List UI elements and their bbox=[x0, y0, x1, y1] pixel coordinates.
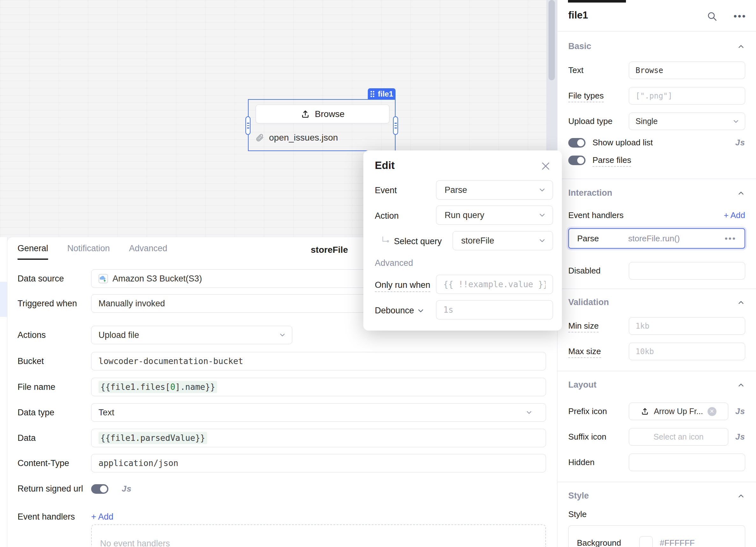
add-event-handler-link[interactable]: + Add bbox=[724, 210, 745, 220]
select-query-select[interactable]: storeFile bbox=[453, 231, 553, 250]
debounce-input[interactable] bbox=[436, 300, 553, 319]
actions-label: Actions bbox=[18, 330, 91, 340]
suffix-icon-label: Suffix icon bbox=[568, 432, 629, 442]
action-select[interactable]: Run query bbox=[436, 206, 553, 225]
text-label: Text bbox=[568, 65, 629, 75]
section-layout[interactable]: Layout bbox=[568, 380, 745, 390]
only-run-when-label: Only run when bbox=[375, 280, 430, 292]
action-value: Run query bbox=[445, 210, 484, 220]
content-type-input[interactable]: application/json bbox=[91, 454, 546, 472]
file-types-input[interactable] bbox=[629, 87, 745, 105]
canvas-scrollbar-thumb[interactable] bbox=[549, 0, 555, 80]
debounce-label: Debounce bbox=[375, 306, 414, 316]
background-color-swatch[interactable] bbox=[639, 536, 653, 547]
data-type-select[interactable]: Text bbox=[91, 403, 546, 422]
prefix-icon-row: Prefix icon Arrow Up Fr... ✕ Js bbox=[568, 403, 745, 420]
section-interaction[interactable]: Interaction bbox=[568, 188, 745, 198]
bucket-label: Bucket bbox=[18, 356, 91, 366]
js-icon[interactable]: Js bbox=[735, 138, 745, 148]
data-row: Data {{file1.parsedValue}} bbox=[18, 429, 546, 447]
section-validation[interactable]: Validation bbox=[568, 297, 745, 307]
max-size-label: Max size bbox=[568, 346, 629, 356]
tab-general[interactable]: General bbox=[18, 244, 48, 260]
event-handlers-label: Event handlers bbox=[18, 512, 91, 522]
bucket-input[interactable]: lowcoder-documentation-bucket bbox=[91, 352, 546, 370]
prefix-icon-button[interactable]: Arrow Up Fr... ✕ bbox=[629, 403, 728, 420]
handler-action: storeFile.run() bbox=[628, 234, 725, 244]
hidden-row: Hidden bbox=[568, 454, 745, 471]
handler-more-icon[interactable]: ••• bbox=[725, 234, 736, 244]
parse-files-row: Parse files bbox=[568, 155, 745, 165]
bucket-value: lowcoder-documentation-bucket bbox=[98, 356, 243, 366]
text-row: Text bbox=[568, 62, 745, 79]
inspector-active-tab-indicator bbox=[568, 0, 626, 3]
triggered-when-label: Triggered when bbox=[18, 299, 91, 309]
actions-select[interactable]: Upload file bbox=[91, 326, 292, 344]
widget-name-tag[interactable]: file1 bbox=[368, 88, 396, 99]
drag-handle-icon[interactable] bbox=[370, 91, 375, 98]
content-type-label: Content-Type bbox=[18, 458, 91, 468]
query-list-edge bbox=[0, 237, 7, 547]
file-upload-widget[interactable]: Browse open_issues.json bbox=[248, 99, 396, 151]
resize-handle-right[interactable] bbox=[393, 116, 398, 135]
max-size-input[interactable] bbox=[629, 343, 745, 360]
chevron-up-icon[interactable] bbox=[737, 492, 745, 500]
upload-type-select[interactable]: Single bbox=[629, 113, 745, 130]
remove-icon[interactable]: ✕ bbox=[708, 407, 716, 416]
js-icon[interactable]: Js bbox=[735, 406, 745, 416]
js-icon[interactable]: Js bbox=[122, 484, 132, 494]
widget-tag-label: file1 bbox=[378, 90, 393, 98]
component-inspector: file1 ••• Basic Text File types Upload t… bbox=[557, 0, 756, 547]
hidden-input[interactable] bbox=[629, 454, 745, 471]
data-label: Data bbox=[18, 433, 91, 443]
event-select[interactable]: Parse bbox=[436, 180, 553, 200]
disabled-row: Disabled bbox=[568, 262, 745, 280]
only-run-when-input[interactable] bbox=[436, 275, 553, 294]
chevron-down-icon[interactable] bbox=[417, 307, 425, 315]
background-label: Background bbox=[577, 538, 639, 547]
add-event-handler-link[interactable]: + Add bbox=[91, 512, 113, 522]
suffix-icon-row: Suffix icon Select an icon Js bbox=[568, 428, 745, 446]
tab-notification[interactable]: Notification bbox=[67, 244, 110, 260]
text-input[interactable] bbox=[629, 62, 745, 79]
browse-button-label: Browse bbox=[315, 109, 345, 119]
chevron-up-icon[interactable] bbox=[737, 42, 745, 51]
uploaded-file-item[interactable]: open_issues.json bbox=[255, 133, 338, 143]
triggered-when-value: Manually invoked bbox=[98, 299, 165, 309]
file-name-input[interactable]: {{file1.files[0].name}} bbox=[91, 378, 546, 396]
no-event-handlers-text: No event handlers bbox=[100, 539, 170, 547]
browse-button[interactable]: Browse bbox=[256, 105, 389, 123]
suffix-icon-button[interactable]: Select an icon bbox=[629, 428, 728, 446]
section-basic[interactable]: Basic bbox=[568, 41, 745, 51]
show-upload-list-toggle[interactable] bbox=[568, 138, 585, 148]
uploaded-file-name: open_issues.json bbox=[269, 133, 338, 143]
tab-advanced[interactable]: Advanced bbox=[129, 244, 167, 260]
show-upload-list-label: Show upload list bbox=[592, 138, 735, 148]
chevron-up-icon[interactable] bbox=[737, 189, 745, 197]
search-icon[interactable] bbox=[707, 11, 717, 22]
min-size-input[interactable] bbox=[629, 317, 745, 335]
data-input[interactable]: {{file1.parsedValue}} bbox=[91, 429, 546, 447]
section-style[interactable]: Style bbox=[568, 491, 745, 501]
paperclip-icon bbox=[255, 133, 264, 142]
event-handler-item[interactable]: Parse storeFile.run() ••• bbox=[568, 228, 745, 249]
query-title: storeFile bbox=[311, 245, 348, 255]
more-menu-icon[interactable]: ••• bbox=[733, 11, 746, 22]
content-type-value: application/json bbox=[98, 458, 178, 468]
parse-files-toggle[interactable] bbox=[568, 156, 585, 165]
disabled-input[interactable] bbox=[629, 262, 745, 280]
close-icon[interactable] bbox=[540, 161, 551, 171]
advanced-section-label[interactable]: Advanced bbox=[375, 258, 413, 268]
chevron-down-icon bbox=[732, 118, 740, 125]
chevron-up-icon[interactable] bbox=[737, 298, 745, 307]
resize-handle-left[interactable] bbox=[245, 116, 251, 135]
js-icon[interactable]: Js bbox=[735, 432, 745, 442]
disabled-label: Disabled bbox=[568, 266, 629, 276]
chevron-up-icon[interactable] bbox=[737, 381, 745, 389]
tree-connector-icon bbox=[380, 236, 391, 247]
file-types-row: File types bbox=[568, 87, 745, 105]
upload-type-label: Upload type bbox=[568, 116, 629, 126]
upload-type-value: Single bbox=[636, 117, 658, 126]
event-handlers-header-row: Event handlers + Add bbox=[568, 210, 745, 220]
return-signed-url-toggle[interactable] bbox=[91, 484, 108, 494]
